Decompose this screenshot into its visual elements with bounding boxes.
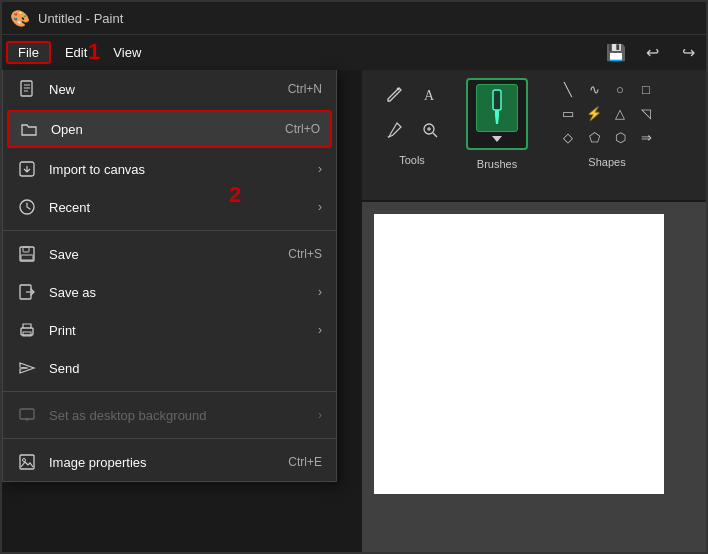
lightning-shape[interactable]: ⚡ [582, 102, 606, 124]
save-label: Save [49, 247, 276, 262]
title-bar: 🎨 Untitled - Paint [2, 2, 706, 34]
tools-label: Tools [399, 154, 425, 166]
saveas-icon [17, 282, 37, 302]
rect2-shape[interactable]: ▭ [556, 102, 580, 124]
main-area: New Ctrl+N Open Ctrl+O 2 Import to canva… [2, 70, 706, 554]
shapes-section: ╲ ∿ ○ □ ▭ ⚡ △ ◹ ◇ ⬠ ⬡ ⇒ [556, 78, 658, 148]
arrow-shape[interactable]: ⇒ [634, 126, 658, 148]
saveas-label: Save as [49, 285, 298, 300]
svg-rect-8 [21, 255, 33, 260]
imgprops-label: Image properties [49, 455, 276, 470]
svg-point-17 [23, 459, 26, 462]
brushes-section [466, 78, 528, 150]
divider-2 [3, 391, 336, 392]
menu-item-new[interactable]: New Ctrl+N [3, 70, 336, 108]
pentagon-shape[interactable]: ⬠ [582, 126, 606, 148]
triangle-shape[interactable]: △ [608, 102, 632, 124]
file-dropdown-menu: New Ctrl+N Open Ctrl+O 2 Import to canva… [2, 70, 337, 482]
open-shortcut: Ctrl+O [285, 122, 320, 136]
shapes-label: Shapes [588, 156, 625, 168]
canvas[interactable] [374, 214, 664, 494]
text-tool[interactable]: A [414, 78, 446, 110]
menu-bar: File 1 Edit View 💾 ↩ ↪ [2, 34, 706, 70]
menu-item-saveas[interactable]: Save as › [3, 273, 336, 311]
menu-item-desktop: Set as desktop background › [3, 396, 336, 434]
imgprops-shortcut: Ctrl+E [288, 455, 322, 469]
recent-icon [17, 197, 37, 217]
svg-rect-13 [20, 409, 34, 419]
shapes-row-2: ▭ ⚡ △ ◹ [556, 102, 658, 124]
new-label: New [49, 82, 276, 97]
save-toolbar-icon[interactable]: 💾 [602, 39, 630, 67]
menu-view[interactable]: View [101, 41, 153, 64]
tools-row-2 [378, 114, 446, 146]
divider-3 [3, 438, 336, 439]
print-arrow: › [318, 323, 322, 337]
menu-item-import[interactable]: Import to canvas › [3, 150, 336, 188]
dropper-tool[interactable] [378, 114, 410, 146]
new-icon [17, 79, 37, 99]
import-icon [17, 159, 37, 179]
shapes-group: ╲ ∿ ○ □ ▭ ⚡ △ ◹ ◇ ⬠ ⬡ ⇒ Shapes [556, 78, 658, 168]
tools-row-1: A [378, 78, 446, 110]
save-shortcut: Ctrl+S [288, 247, 322, 261]
saveas-arrow: › [318, 285, 322, 299]
import-arrow: › [318, 162, 322, 176]
svg-marker-25 [495, 116, 499, 124]
recent-label: Recent [49, 200, 298, 215]
diamond-shape[interactable]: ◇ [556, 126, 580, 148]
desktop-label: Set as desktop background [49, 408, 298, 423]
send-icon [17, 358, 37, 378]
recent-arrow: › [318, 200, 322, 214]
send-label: Send [49, 361, 322, 376]
toolbar-panel: A [362, 70, 706, 200]
menu-file[interactable]: File 1 [6, 41, 51, 64]
open-label: Open [51, 122, 273, 137]
shapes-row-1: ╲ ∿ ○ □ [556, 78, 658, 100]
open-icon [19, 119, 39, 139]
menu-item-send[interactable]: Send [3, 349, 336, 387]
svg-rect-16 [20, 455, 34, 469]
svg-rect-23 [493, 90, 501, 110]
save-icon [17, 244, 37, 264]
title-text: Untitled - Paint [38, 11, 123, 26]
rect-shape[interactable]: □ [634, 78, 658, 100]
menu-bar-actions: 💾 ↩ ↪ [602, 39, 702, 67]
menu-edit[interactable]: Edit [53, 41, 99, 64]
tools-group: A [378, 78, 446, 166]
undo-icon[interactable]: ↩ [638, 39, 666, 67]
canvas-area [362, 202, 706, 554]
shapes-row-3: ◇ ⬠ ⬡ ⇒ [556, 126, 658, 148]
redo-icon[interactable]: ↪ [674, 39, 702, 67]
desktop-icon [17, 405, 37, 425]
svg-rect-24 [495, 110, 499, 116]
svg-marker-26 [492, 136, 502, 142]
menu-item-recent[interactable]: Recent › [3, 188, 336, 226]
menu-item-save[interactable]: Save Ctrl+S [3, 235, 336, 273]
import-label: Import to canvas [49, 162, 298, 177]
svg-rect-6 [20, 247, 34, 261]
zoom-tool[interactable] [414, 114, 446, 146]
menu-item-print[interactable]: Print › [3, 311, 336, 349]
app-icon: 🎨 [10, 9, 30, 28]
svg-rect-7 [23, 247, 29, 252]
line-shape[interactable]: ╲ [556, 78, 580, 100]
menu-item-open[interactable]: Open Ctrl+O 2 [7, 110, 332, 148]
new-shortcut: Ctrl+N [288, 82, 322, 96]
hexagon-shape[interactable]: ⬡ [608, 126, 632, 148]
curve-shape[interactable]: ∿ [582, 78, 606, 100]
rtriangle-shape[interactable]: ◹ [634, 102, 658, 124]
print-label: Print [49, 323, 298, 338]
imgprops-icon [17, 452, 37, 472]
ellipse-shape[interactable]: ○ [608, 78, 632, 100]
pencil-tool[interactable] [378, 78, 410, 110]
print-icon [17, 320, 37, 340]
active-brush[interactable] [476, 84, 518, 132]
brushes-group: Brushes [466, 78, 528, 170]
divider-1 [3, 230, 336, 231]
svg-text:A: A [424, 88, 435, 103]
desktop-arrow: › [318, 408, 322, 422]
menu-item-imgprops[interactable]: Image properties Ctrl+E [3, 443, 336, 481]
brushes-label: Brushes [477, 158, 517, 170]
svg-line-20 [433, 133, 437, 137]
